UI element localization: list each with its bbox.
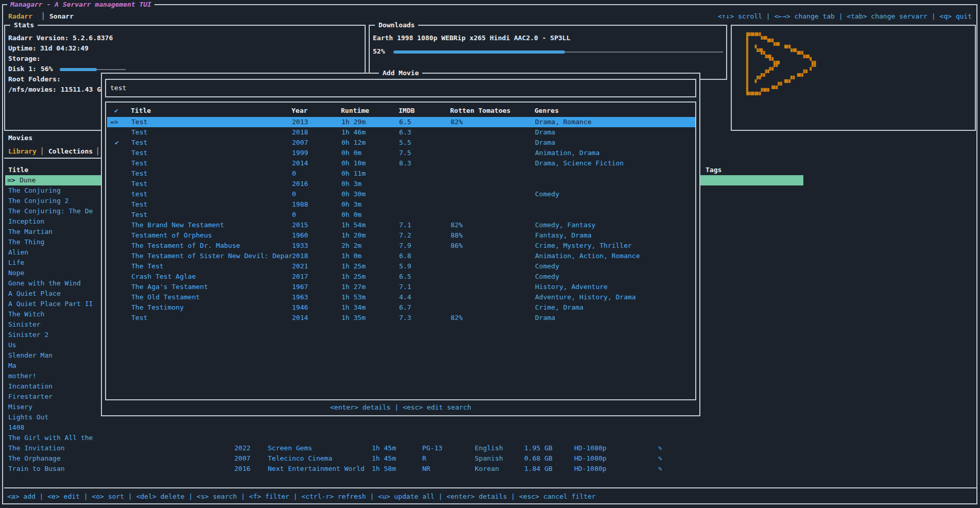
- search-results-rows[interactable]: =>Test20131h 29m6.582%Drama, RomanceTest…: [107, 117, 695, 325]
- result-row[interactable]: Test20160h 3m: [107, 179, 695, 189]
- result-row[interactable]: Test20140h 10m8.3Drama, Science Fiction: [107, 158, 695, 168]
- column-header-runtime: Runtime: [341, 106, 369, 116]
- download-percent: 52%: [373, 46, 385, 57]
- tab-library[interactable]: Library: [8, 146, 37, 157]
- cell-runtime: 0h 30m: [341, 189, 366, 199]
- library-row[interactable]: The Invitation2022Screen Gems1h 45mPG-13…: [5, 443, 803, 453]
- cell-genres: Crime, Drama: [535, 302, 583, 313]
- result-row[interactable]: The Testimony19461h 34m6.7Crime, Drama: [107, 302, 695, 313]
- column-header-tags: Tags: [706, 165, 721, 175]
- cell-studio: Screen Gems: [268, 443, 312, 453]
- cell-title: The Aga's Testament: [131, 282, 208, 292]
- cell-title: Test: [131, 117, 147, 127]
- result-row[interactable]: Test19880h 3m: [107, 199, 695, 210]
- cell-imdb: 5.9: [399, 261, 411, 272]
- cell-year: 2007: [292, 138, 308, 148]
- cell-title: Test: [131, 158, 147, 168]
- cell-runtime: 1h 34m: [341, 302, 366, 313]
- cell-genres: Crime, Mystery, Thriller: [535, 241, 632, 251]
- downloads-panel-title: Downloads: [375, 20, 418, 30]
- library-row[interactable]: Train to Busan2016Next Entertainment Wor…: [5, 464, 803, 474]
- cell-year: 1960: [292, 230, 308, 241]
- result-row[interactable]: Test20181h 46m6.3Drama: [107, 127, 695, 138]
- cell-runtime: 1h 46m: [341, 127, 366, 138]
- cell-rotten-tomatoes: 82%: [451, 117, 462, 127]
- add-movie-modal: Add Movie test ✔ Title Year Runtime IMDB…: [101, 73, 700, 416]
- cell-title: The Brand New Testament: [131, 220, 224, 230]
- cell-year: 0: [292, 210, 296, 220]
- column-header-check: ✔: [114, 106, 118, 116]
- cell-title: Test: [131, 199, 147, 210]
- movie-search-input[interactable]: test: [105, 79, 696, 97]
- tab-separator: │: [96, 146, 100, 157]
- uptime-label: Uptime:: [8, 43, 37, 54]
- result-row[interactable]: Test20141h 35m7.382%Drama: [107, 313, 695, 323]
- managarr-logo: ▛▀▀▚▄ ▌ ▀▚▄ ▌ ▚▄ ▀▚▄ ▌ ▝▚▄ ▀▚▄ ▌ ▝▚▄ ▚▖ …: [746, 33, 818, 95]
- cell-title: The Martian: [8, 227, 53, 237]
- disk-label: Disk 1:: [8, 64, 37, 74]
- cell-imdb: 6.8: [399, 251, 411, 261]
- cell-imdb: 6.5: [399, 272, 411, 282]
- cell-title: Test: [131, 148, 147, 158]
- cell-title: 1408: [8, 422, 24, 433]
- cell-title: Life: [8, 258, 24, 268]
- library-row[interactable]: 1408: [5, 422, 803, 433]
- result-row[interactable]: ✔Test20070h 12m5.5Drama: [107, 138, 695, 148]
- cell-year: 2016: [234, 464, 250, 474]
- cell-language: Korean: [475, 464, 499, 474]
- cell-year: 2021: [292, 261, 308, 272]
- managarr-app: Managarr - A Servarr management TUI Rada…: [0, 0, 980, 508]
- result-row[interactable]: The Testament of Dr. Mabuse19332h 2m7.98…: [107, 241, 695, 251]
- cell-title: Sinister 2: [8, 330, 48, 340]
- tab-collections[interactable]: Collections: [48, 146, 93, 157]
- result-row[interactable]: The Testament of Sister New Devil: Depar…: [107, 251, 695, 261]
- cell-imdb: 6.5: [399, 117, 411, 127]
- cell-runtime: 1h 45m: [372, 453, 396, 464]
- app-title: Managarr - A Servarr management TUI: [7, 0, 154, 9]
- cell-runtime: 0h 12m: [341, 138, 366, 148]
- cell-title: The Orphanage: [8, 453, 61, 464]
- monitored-icon: ✎: [658, 453, 662, 464]
- library-row[interactable]: The Girl with All the: [5, 433, 803, 443]
- result-row[interactable]: test00h 30mComedy: [107, 189, 695, 199]
- result-row[interactable]: Test00h 0m: [107, 210, 695, 220]
- cell-language: Spanish: [475, 453, 503, 464]
- cell-title: Lights Out: [8, 412, 48, 422]
- cell-genres: Comedy, Fantasy: [535, 220, 595, 230]
- download-progress-gauge: [393, 49, 723, 54]
- cell-genres: Animation, Drama: [535, 148, 599, 158]
- library-row[interactable]: The Orphanage2007Telecinco Cinema1h 45mR…: [5, 453, 803, 464]
- result-row[interactable]: The Brand New Testament20151h 54m7.182%C…: [107, 220, 695, 230]
- monitored-icon: ✎: [658, 464, 662, 474]
- search-input-value: test: [110, 83, 126, 93]
- gauge-fill: [60, 68, 97, 71]
- tab-separator: │: [40, 146, 44, 157]
- cell-imdb: 7.5: [399, 148, 411, 158]
- tab-sonarr[interactable]: Sonarr: [49, 11, 74, 22]
- cell-runtime: 1h 54m: [341, 220, 366, 230]
- cell-genres: Adventure, History, Drama: [535, 292, 636, 302]
- movies-panel-title: Movies: [8, 133, 32, 143]
- cell-title: A Quiet Place: [8, 289, 61, 299]
- result-row[interactable]: The Test20211h 25m5.9Comedy: [107, 261, 695, 272]
- cell-title: Slender Man: [8, 350, 53, 361]
- cell-certification: PG-13: [422, 443, 442, 453]
- result-row[interactable]: Testament of Orpheus19601h 20m7.288%Fant…: [107, 230, 695, 241]
- result-row[interactable]: The Old Testament19631h 53m4.4Adventure,…: [107, 292, 695, 302]
- result-row[interactable]: Test00h 11m: [107, 168, 695, 179]
- cell-year: 2017: [292, 272, 308, 282]
- cell-runtime: 0h 11m: [341, 168, 366, 179]
- cell-genres: History, Adventure: [535, 282, 608, 292]
- result-row[interactable]: =>Test20131h 29m6.582%Drama, Romance: [107, 117, 695, 127]
- cell-genres: Drama, Romance: [535, 117, 592, 127]
- cell-year: 1967: [292, 282, 308, 292]
- result-row[interactable]: Crash Test Aglae20171h 25m6.5Comedy: [107, 272, 695, 282]
- cell-year: 2015: [292, 220, 308, 230]
- result-row[interactable]: Test19990h 0m7.5Animation, Drama: [107, 148, 695, 158]
- cell-size: 0.68 GB: [524, 453, 553, 464]
- cell-title: Test: [131, 313, 147, 323]
- root-folders-label: Root Folders:: [8, 74, 61, 84]
- result-row[interactable]: The Aga's Testament19671h 27m7.1History,…: [107, 282, 695, 292]
- cell-year: 2007: [234, 453, 250, 464]
- cell-title: Gone with the Wind: [8, 278, 81, 289]
